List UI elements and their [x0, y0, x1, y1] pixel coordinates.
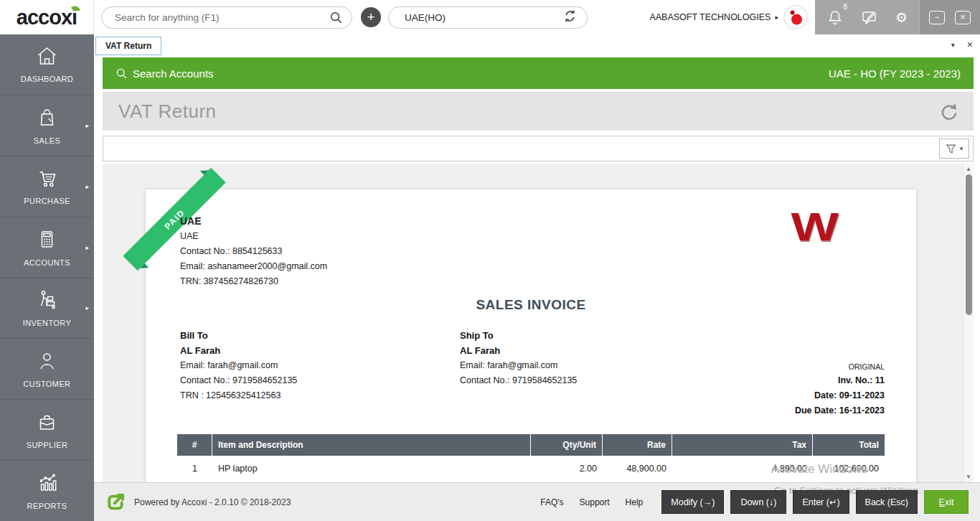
sidebar-item-reports[interactable]: REPORTS: [0, 461, 94, 521]
chevron-right-icon: ▸: [85, 122, 89, 129]
app-logo-wrap: accoxi: [0, 0, 94, 34]
sidebar-item-dashboard[interactable]: DASHBOARD: [0, 34, 94, 95]
powered-by-label: Powered by Accoxi - 2.0.10 © 2018-2023: [134, 497, 291, 507]
invoice-doc-title: SALES INVOICE: [146, 297, 916, 313]
sidebar-item-label: CUSTOMER: [24, 380, 71, 388]
table-header-row: # Item and Description Qty/Unit Rate Tax…: [177, 434, 885, 456]
filter-caret-icon: ▾: [960, 145, 963, 152]
invoice-paper: PAID UAE UAE Contact No.: 8854125633 Ema…: [146, 189, 916, 482]
plus-icon: +: [367, 9, 374, 25]
invoice-brand-logo: W: [791, 204, 839, 250]
seller-address: UAE: [180, 229, 327, 244]
seller-contact: Contact No.: 8854125633: [180, 244, 327, 259]
home-icon: [35, 45, 59, 70]
back-button[interactable]: Back (Esc): [856, 490, 918, 514]
filter-row: ▾: [103, 136, 974, 161]
tab-vat-return[interactable]: VAT Return: [95, 37, 161, 55]
invoice-due-date: Due Date: 16-11-2023: [795, 403, 885, 418]
ship-to-name: AL Farah: [460, 343, 761, 358]
invoice-number: Inv. No.: 11: [795, 373, 885, 388]
bill-to-heading: Bill To: [180, 328, 460, 343]
sidebar-item-customer[interactable]: CUSTOMER: [0, 339, 94, 400]
hand-truck-icon: [35, 288, 59, 314]
messages-icon[interactable]: [861, 9, 878, 26]
switch-organization-icon[interactable]: [563, 9, 577, 25]
sidebar-item-sales[interactable]: SALES ▸: [0, 95, 94, 156]
help-link[interactable]: Help: [626, 497, 644, 507]
exit-button[interactable]: Exit: [924, 490, 969, 514]
chevron-right-icon: ▸: [85, 183, 89, 190]
icon-tray: 8 ⚙: [815, 0, 919, 34]
col-header-rate: Rate: [603, 434, 672, 456]
close-icon[interactable]: ×: [955, 11, 971, 24]
support-link[interactable]: Support: [580, 497, 610, 507]
invoice-meta-block: ORIGINAL Inv. No.: 11 Date: 09-11-2023 D…: [795, 328, 885, 418]
table-row: 1 HP laptop 2.00 48,900.00 4,890.00 102,…: [177, 456, 885, 478]
add-button[interactable]: +: [361, 7, 381, 27]
footer-buttons: Modify (→) Down (↓) Enter (↵) Back (Esc)…: [661, 490, 969, 514]
accounts-bar: Search Accounts UAE - HO (FY 2023 - 2023…: [103, 57, 974, 89]
scrollbar-thumb[interactable]: [966, 174, 972, 315]
seller-name: UAE: [180, 214, 327, 229]
notification-badge: 8: [843, 3, 847, 11]
tab-close-icon[interactable]: ×: [967, 39, 973, 50]
header-right: AABASOFT TECHNOLOGIES ▸ 8 ⚙: [649, 0, 980, 34]
refresh-icon[interactable]: [938, 102, 958, 121]
organization-selector[interactable]: UAE(HO): [388, 6, 588, 29]
main-area: VAT Return ▾ × Search Accounts UAE - HO …: [94, 34, 980, 521]
window-controls: − ×: [919, 0, 980, 34]
sidebar-item-label: INVENTORY: [23, 319, 71, 327]
search-accounts-label: Search Accounts: [133, 67, 214, 80]
footer-links: FAQ's Support Help: [540, 497, 643, 507]
invoice-date: Date: 09-11-2023: [795, 388, 885, 403]
accoxi-footer-logo-icon: [105, 492, 126, 512]
scroll-down-icon[interactable]: ▼: [963, 474, 974, 480]
scroll-up-icon[interactable]: ▲: [963, 166, 974, 172]
bill-to-trn: TRN : 125456325412563: [180, 388, 460, 403]
sidebar-item-inventory[interactable]: INVENTORY ▸: [0, 278, 94, 339]
minimize-icon[interactable]: −: [929, 11, 945, 24]
enter-button[interactable]: Enter (↵): [793, 490, 849, 514]
global-search[interactable]: [101, 6, 352, 29]
tab-list-caret-icon[interactable]: ▾: [951, 41, 955, 49]
col-header-index: #: [177, 434, 212, 456]
app-header: accoxi + UAE(HO) AABASOFT TECHNOLOGIES ▸: [0, 0, 980, 34]
avatar[interactable]: [785, 6, 806, 28]
vertical-scrollbar[interactable]: ▲ ▼: [963, 164, 974, 482]
sidebar-item-purchase[interactable]: PURCHASE ▸: [0, 156, 94, 217]
cell-total: 102,690.00: [813, 456, 885, 478]
search-accounts-button[interactable]: Search Accounts: [116, 67, 214, 80]
sidebar-item-supplier[interactable]: SUPPLIER: [0, 400, 94, 461]
cell-tax: 4,890.00: [672, 456, 813, 478]
company-name[interactable]: AABASOFT TECHNOLOGIES: [649, 12, 771, 22]
bar-chart-icon: [35, 471, 59, 497]
sidebar: DASHBOARD SALES ▸ PURCHASE ▸ ACCOUNTS ▸ …: [0, 34, 94, 521]
invoice-parties: Bill To AL Farah Email: farah@gmail.com …: [180, 328, 885, 418]
cell-rate: 48,900.00: [603, 456, 672, 478]
briefcase-icon: [35, 411, 59, 436]
shopping-bag-icon: [35, 106, 59, 131]
sidebar-item-accounts[interactable]: ACCOUNTS ▸: [0, 217, 94, 278]
copy-type-label: ORIGINAL: [795, 361, 885, 373]
seller-email: Email: ashanameer2000@gmail.com: [180, 259, 327, 274]
content: Search Accounts UAE - HO (FY 2023 - 2023…: [94, 55, 980, 482]
filter-button[interactable]: ▾: [939, 139, 969, 159]
company-caret-icon[interactable]: ▸: [775, 14, 778, 21]
cart-icon: [35, 167, 59, 192]
app-logo: accoxi: [17, 6, 77, 29]
modify-button[interactable]: Modify (→): [661, 490, 724, 514]
organization-value: UAE(HO): [405, 12, 563, 23]
bill-to-email: Email: farah@gmail.com: [180, 358, 460, 373]
footer-bar: Powered by Accoxi - 2.0.10 © 2018-2023 F…: [94, 482, 980, 521]
notifications-bell-icon[interactable]: 8: [826, 9, 844, 27]
invoice-items-table: # Item and Description Qty/Unit Rate Tax…: [177, 434, 885, 478]
bill-to-block: Bill To AL Farah Email: farah@gmail.com …: [180, 328, 460, 418]
settings-gear-icon[interactable]: ⚙: [895, 11, 908, 24]
faq-link[interactable]: FAQ's: [540, 497, 563, 507]
tab-label: VAT Return: [105, 41, 151, 51]
down-button[interactable]: Down (↓): [730, 490, 786, 514]
global-search-input[interactable]: [102, 12, 329, 23]
search-icon[interactable]: [329, 11, 342, 24]
page-title: VAT Return: [118, 100, 217, 123]
sidebar-item-label: SUPPLIER: [27, 441, 68, 449]
